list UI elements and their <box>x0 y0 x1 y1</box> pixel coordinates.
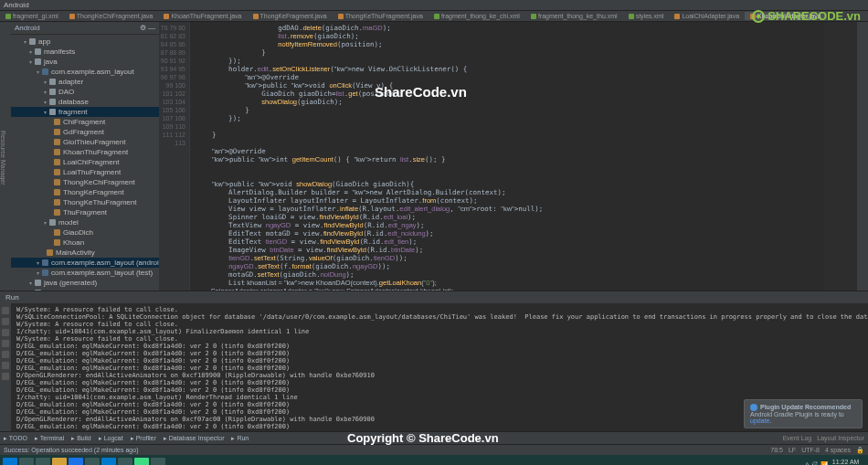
wrap-icon[interactable] <box>2 351 9 358</box>
tree-item[interactable]: ▾database <box>11 97 159 107</box>
chevron-icon: ▾ <box>29 280 32 286</box>
info-icon <box>750 404 757 411</box>
run-toolbar[interactable]: Run <box>0 291 868 303</box>
run-console: W/System: A resource failed to call clos… <box>0 303 868 431</box>
print-icon[interactable] <box>2 362 9 369</box>
file-icon <box>164 14 169 19</box>
tree-item[interactable]: ▾java <box>11 57 159 67</box>
app-icon[interactable] <box>118 458 132 466</box>
chevron-icon: ▾ <box>44 89 47 95</box>
tree-item[interactable]: KhoanThuFragment <box>11 147 159 157</box>
chevron-icon: ▾ <box>44 99 47 105</box>
chrome-icon[interactable] <box>85 458 100 466</box>
editor-tab[interactable]: styles.xml <box>623 12 670 20</box>
java-icon <box>54 179 60 185</box>
stop-icon[interactable] <box>2 318 9 325</box>
tree-item[interactable]: ▾com.example.asm_layout <box>11 67 159 77</box>
chevron-icon: ▾ <box>37 269 39 276</box>
explorer-icon[interactable] <box>52 458 67 466</box>
status-item[interactable]: 78:5 <box>770 447 783 454</box>
chevron-icon: ▾ <box>44 109 47 115</box>
tool-window-tab[interactable]: ▸ Build <box>71 435 91 442</box>
editor-tab[interactable]: ThongKeThuFragment.java <box>333 12 429 20</box>
search-icon[interactable] <box>19 458 34 466</box>
project-panel-header[interactable]: Android⚙ — <box>11 22 159 35</box>
editor-tab[interactable]: LoaiChiAdapter.java <box>669 12 745 20</box>
chevron-icon: ▾ <box>29 290 32 291</box>
file-icon <box>253 14 259 19</box>
tool-window-tab[interactable]: ▸ Profiler <box>131 435 156 442</box>
attach-icon[interactable] <box>2 329 9 336</box>
status-item[interactable]: UTF-8 <box>801 447 820 454</box>
tool-window-tab[interactable]: ▸ Run <box>231 435 249 442</box>
tree-item[interactable]: LoaiThuFragment <box>11 167 159 177</box>
fld-icon <box>49 219 56 226</box>
status-item[interactable]: 🔒 <box>856 447 864 454</box>
layout-inspector-tab[interactable]: Layout Inspector <box>817 435 864 441</box>
code-editor[interactable]: gdDAO.delete(giaoDich.maGD); list.remove… <box>190 22 824 291</box>
editor-tab[interactable]: ThongKeFragment.java <box>248 12 333 20</box>
android-studio-icon[interactable] <box>134 458 149 466</box>
update-link[interactable]: update <box>750 417 769 424</box>
fld-icon <box>29 38 36 45</box>
editor-tab[interactable]: fragment_thong_ke_chi.xml <box>429 12 525 20</box>
tree-item[interactable]: ChiFragment <box>11 117 159 127</box>
file-icon <box>629 14 634 19</box>
tree-item[interactable]: Khoan <box>11 238 159 248</box>
tree-item[interactable]: LoaiChiFragment <box>11 157 159 167</box>
right-tool-gutter[interactable] <box>857 22 868 291</box>
tree-item[interactable]: ▾res <box>11 288 159 291</box>
tree-item[interactable]: GioiThieuFragment <box>11 137 159 147</box>
tool-window-tab[interactable]: ▸ Database Inspector <box>164 435 225 442</box>
status-item[interactable]: LF <box>789 447 796 454</box>
tray-icons[interactable]: ^ 🔊 📶 <box>806 461 829 466</box>
chevron-icon: ▾ <box>24 38 26 45</box>
tree-item[interactable]: ▾DAO <box>11 87 159 97</box>
tree-item[interactable]: ▾app <box>11 37 159 47</box>
tree-item[interactable]: ▾adapter <box>11 77 159 87</box>
edge-icon[interactable] <box>69 458 83 466</box>
java-icon <box>54 239 60 246</box>
tool-window-tab[interactable]: ▸ Terminal <box>35 435 64 442</box>
tree-item[interactable]: ▾com.example.asm_layout (androidTest) <box>11 258 159 268</box>
event-log-tab[interactable]: Event Log <box>783 435 812 441</box>
tree-item[interactable]: ThuFragment <box>11 207 159 217</box>
tool-window-tab[interactable]: ▸ Logcat <box>99 435 123 442</box>
run-tab-label[interactable]: Run <box>5 293 19 301</box>
rerun-icon[interactable] <box>2 307 9 314</box>
tree-item[interactable]: ThongKeFragment <box>11 187 159 197</box>
tree-item[interactable]: ▾fragment <box>11 107 159 117</box>
editor-tab[interactable]: KhoanThuFragment.java <box>158 12 247 20</box>
task-view-icon[interactable] <box>36 458 50 466</box>
console-actions <box>0 303 11 431</box>
fld-icon <box>49 99 56 105</box>
console-output[interactable]: W/System: A resource failed to call clos… <box>11 303 868 431</box>
vscode-icon[interactable] <box>101 458 116 466</box>
tree-item[interactable]: MainActivity <box>11 248 159 258</box>
status-item[interactable]: 4 spaces <box>825 447 851 454</box>
left-tool-gutter[interactable]: Resource Manager <box>0 22 11 291</box>
tree-item[interactable]: ▾model <box>11 217 159 227</box>
editor-tab[interactable]: fragment_gi.xml <box>0 12 64 20</box>
tree-item[interactable]: ▾com.example.asm_layout (test) <box>11 268 159 278</box>
chevron-icon: ▾ <box>37 69 39 75</box>
tool-window-tab[interactable]: ▸ TODO <box>4 435 27 442</box>
minimap[interactable] <box>824 22 857 291</box>
plugin-update-notification[interactable]: Plugin Update Recommended Android Gradle… <box>744 399 863 428</box>
tree-item[interactable]: ▾java (generated) <box>11 278 159 288</box>
java-icon <box>54 159 60 165</box>
clock[interactable]: 11:22 AM26/4/2021 <box>832 459 861 466</box>
editor-tab[interactable]: fragment_thong_ke_thu.xml <box>525 12 623 20</box>
fld-icon <box>35 280 41 286</box>
menu-view[interactable]: Android <box>4 1 29 9</box>
tree-item[interactable]: ThongKeChiFragment <box>11 177 159 187</box>
start-button[interactable] <box>3 458 17 466</box>
tree-item[interactable]: ▾manifests <box>11 47 159 57</box>
filter-icon[interactable] <box>2 340 9 347</box>
tree-item[interactable]: GiaoDich <box>11 227 159 238</box>
tree-item[interactable]: GdFragment <box>11 127 159 137</box>
tree-item[interactable]: ThongKeThuFragment <box>11 197 159 207</box>
editor-tab[interactable]: ThongKeChiFragment.java <box>64 12 159 20</box>
clear-icon[interactable] <box>2 373 9 380</box>
app-icon-2[interactable] <box>151 458 165 466</box>
